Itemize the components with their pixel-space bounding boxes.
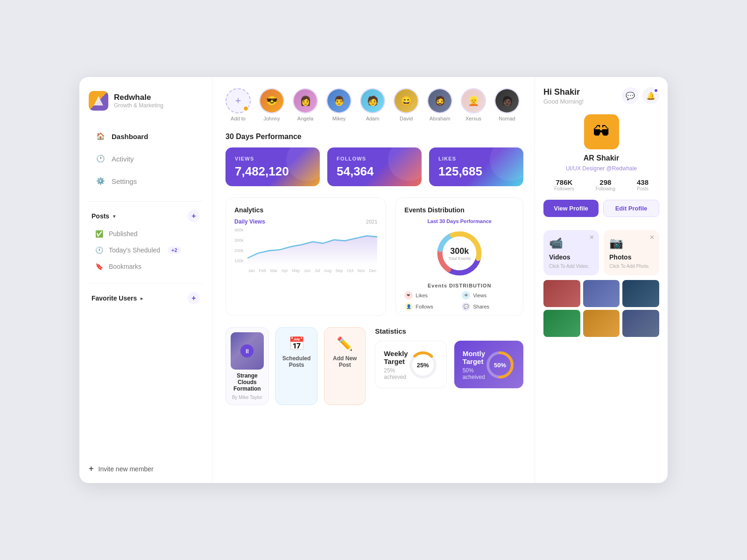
- view-profile-button[interactable]: View Profile: [543, 200, 599, 217]
- profile-name: AR Shakir: [584, 154, 619, 162]
- favorite-arrow[interactable]: ▸: [141, 296, 143, 301]
- monthly-ring: 50%: [485, 350, 515, 380]
- user-johnny[interactable]: 😎 Johnny: [259, 88, 284, 121]
- perf-card-follows: FOLLOWS 54,364: [327, 147, 422, 186]
- monthly-target-card: Montly Target 50% acheived 50%: [454, 341, 523, 388]
- chart-header: Daily Views 2021: [234, 218, 377, 225]
- invite-member[interactable]: + Invite new member: [89, 455, 203, 474]
- bookmarks-icon: 🔖: [95, 263, 103, 270]
- sidebar-item-dashboard[interactable]: 🏠 Dashboard: [89, 126, 203, 147]
- posts-area: 🌩️ ⏸ Strange Clouds Formation By Mike Ta…: [226, 327, 366, 416]
- following-stat: 298 Following: [596, 178, 615, 191]
- followers-stat: 786K Followers: [554, 178, 574, 191]
- add-favorite-button[interactable]: +: [188, 292, 200, 304]
- photos-close-button[interactable]: ✕: [649, 234, 655, 241]
- scheduled-badge: +2: [168, 246, 181, 254]
- perf-card-views: VIEWS 7,482,120: [226, 147, 320, 186]
- post-thumb-card[interactable]: 🌩️ ⏸ Strange Clouds Formation By Mike Ta…: [226, 327, 269, 405]
- photo-2[interactable]: [583, 280, 620, 307]
- photo-1[interactable]: [543, 280, 580, 307]
- posts-stats-row: 🌩️ ⏸ Strange Clouds Formation By Mike Ta…: [226, 327, 523, 416]
- sidebar-item-scheduled[interactable]: 🕐 Today's Sheduled +2: [89, 242, 203, 258]
- photo-6[interactable]: [622, 310, 659, 337]
- calendar-icon: 📅: [289, 336, 305, 351]
- perf-card-likes: LIKES 125,685: [429, 147, 523, 186]
- video-icon: 📹: [549, 237, 593, 250]
- pause-button[interactable]: ⏸: [240, 344, 254, 357]
- scheduled-posts-card[interactable]: 📅 Scheduled Posts: [275, 327, 318, 405]
- app-subtitle: Growth & Marketing: [114, 102, 163, 109]
- invite-plus-icon: +: [89, 464, 94, 474]
- events-box: Events Distribution Last 30 Days Perform…: [395, 197, 523, 316]
- published-icon: ✅: [95, 230, 103, 238]
- legend-shares-icon: 💬: [462, 302, 470, 311]
- legend-follows-icon: 👤: [404, 302, 413, 311]
- logo-icon: [89, 91, 108, 111]
- avatar-angela: 👩: [293, 88, 318, 113]
- avatar-adam: 🧑: [360, 88, 385, 113]
- add-user-avatar[interactable]: +: [226, 88, 251, 113]
- user-mikey[interactable]: 👨 Mikey: [326, 88, 352, 121]
- posts-row: 🌩️ ⏸ Strange Clouds Formation By Mike Ta…: [226, 327, 366, 405]
- user-adam[interactable]: 🧑 Adam: [360, 88, 385, 121]
- photos-card[interactable]: ✕ 📷 Photos Click To Add Photo.: [604, 230, 659, 275]
- sidebar-item-published[interactable]: ✅ Published: [89, 226, 203, 242]
- add-post-icon: ✏️: [337, 336, 353, 351]
- add-user-label: Add to: [231, 116, 246, 121]
- performance-title: 30 Days Performance: [226, 133, 523, 141]
- legend-follows: 👤 Follows: [404, 302, 457, 311]
- camera-icon: 📷: [609, 237, 654, 250]
- profile-image: 🕶: [584, 114, 619, 149]
- header-icons: 💬 🔔: [622, 87, 659, 104]
- profile-buttons: View Profile Edit Profile: [543, 200, 659, 217]
- legend-likes: ❤ Likes: [404, 291, 457, 300]
- videos-close-button[interactable]: ✕: [589, 234, 594, 241]
- weekly-target-card: Weekly Target 25% achieved 25%: [375, 341, 446, 388]
- right-header: Hi Shakir Good Morning! 💬 🔔: [543, 87, 659, 105]
- videos-card[interactable]: ✕ 📹 Videos Click To Add Video.: [543, 230, 599, 275]
- user-angela[interactable]: 👩 Angela: [293, 88, 318, 121]
- profile-card: 🕶 AR Shakir UI/UX Designer @Redwhale 786…: [543, 114, 659, 217]
- sidebar: Redwhale Growth & Marketing 🏠 Dashboard …: [79, 77, 212, 483]
- avatar-mikey: 👨: [326, 88, 352, 113]
- performance-cards: VIEWS 7,482,120 FOLLOWS 54,364 LIKES 125…: [226, 147, 523, 186]
- photo-5[interactable]: [583, 310, 620, 337]
- sidebar-item-bookmarks[interactable]: 🔖 Bookmarks: [89, 259, 203, 274]
- analytics-events-row: Analytics Daily Views 2021 400k 300k 200…: [226, 197, 523, 316]
- legend-views-icon: 👁: [462, 291, 470, 300]
- online-indicator: [243, 105, 249, 112]
- edit-profile-button[interactable]: Edit Profile: [603, 200, 659, 217]
- message-button[interactable]: 💬: [622, 87, 639, 104]
- photo-3[interactable]: [622, 280, 659, 307]
- user-abraham[interactable]: 🧔 Abraham: [427, 88, 452, 121]
- statistics-title: Statistics: [375, 327, 523, 335]
- photo-grid: [543, 280, 659, 337]
- sidebar-item-settings[interactable]: ⚙️ Settings: [89, 170, 203, 192]
- photo-4[interactable]: [543, 310, 580, 337]
- sidebar-item-activity[interactable]: 🕐 Activity: [89, 148, 203, 169]
- user-xerxus[interactable]: 👱 Xerxus: [461, 88, 486, 121]
- posts-arrow[interactable]: ▾: [113, 214, 115, 219]
- favorite-section-header: Favorite Users ▸ +: [89, 292, 203, 304]
- svg-marker-0: [94, 96, 103, 105]
- activity-icon: 🕐: [95, 154, 106, 164]
- avatar-xerxus: 👱: [461, 88, 486, 113]
- avatar-nomad: 🧑🏿: [494, 88, 520, 113]
- chart-x-labels: JanFebMarAprMayJun JulAugSepOctNovDec: [247, 268, 378, 273]
- media-cards: ✕ 📹 Videos Click To Add Video. ✕ 📷 Photo…: [543, 230, 659, 275]
- legend-views: 👁 Views: [462, 291, 514, 300]
- statistics-area: Statistics Weekly Target 25% achieved: [375, 327, 523, 416]
- add-user-wrap[interactable]: + Add to: [226, 88, 251, 121]
- app-name: Redwhale: [114, 93, 163, 102]
- right-panel: Hi Shakir Good Morning! 💬 🔔 🕶 AR Shakir …: [535, 77, 668, 483]
- profile-stats: 786K Followers 298 Following 438 Posts: [543, 178, 659, 191]
- user-david[interactable]: 😄 David: [394, 88, 419, 121]
- posts-stat: 438 Posts: [637, 178, 648, 191]
- notification-button[interactable]: 🔔: [642, 87, 659, 104]
- legend-shares: 💬 Shares: [462, 302, 514, 311]
- add-post-button[interactable]: +: [188, 210, 200, 222]
- user-nomad[interactable]: 🧑🏿 Nomad: [494, 88, 520, 121]
- add-post-card[interactable]: ✏️ Add New Post: [324, 327, 366, 405]
- profile-role: UI/UX Designer @Redwhale: [566, 165, 637, 172]
- avatar-johnny: 😎: [259, 88, 284, 113]
